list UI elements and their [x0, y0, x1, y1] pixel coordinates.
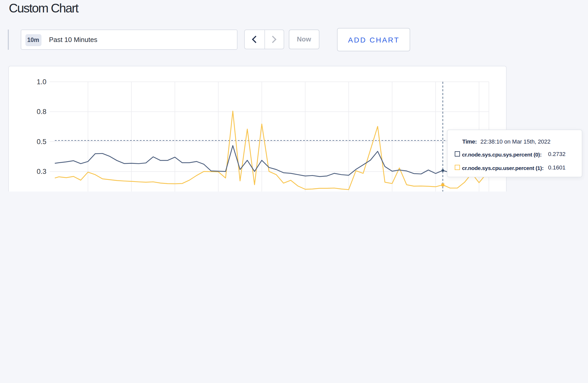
svg-text:0.5: 0.5	[37, 138, 46, 146]
svg-text:1.0: 1.0	[37, 78, 46, 86]
svg-text:0.3: 0.3	[37, 168, 46, 175]
svg-text:0.8: 0.8	[37, 108, 46, 116]
